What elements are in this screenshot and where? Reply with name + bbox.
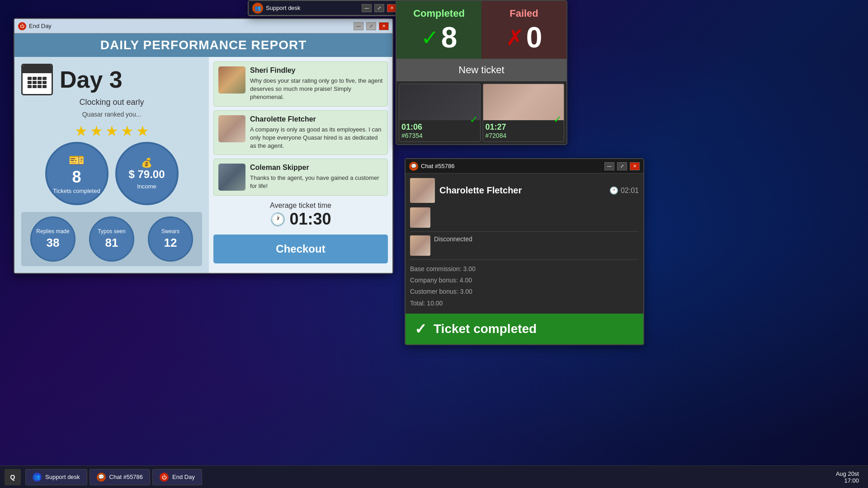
ticket-1: 01:06 #67354 ✓ [399,84,481,142]
review-1: Sheri Findley Why does your star rating … [213,61,388,107]
tickets-label: Tickets completed [53,188,100,194]
day-subtitle: Clocking out early [21,98,202,107]
checkout-button[interactable]: Checkout [213,235,388,263]
chat-body: Charolette Fletcher 🕐 02:01 Disconnected… [406,174,643,314]
support-desk-window: 👥 Support desk — ⤢ ✕ [248,0,401,16]
avg-time-value: 01:30 [289,210,331,229]
review-2: Charolette Fletcher A company is only as… [213,110,388,155]
company-bonus: Company bonus: 4.00 [410,275,639,286]
tickets-circle: 🎫 8 Tickets completed [45,142,108,205]
chat-time: 🕐 02:01 [609,186,639,195]
chat-disconnected: Disconnected [410,235,639,256]
taskbar-time: 17:00 [836,477,859,484]
tickets-row: 01:06 #67354 ✓ 01:27 #72084 ✓ [396,81,566,144]
support-expand[interactable]: ⤢ [374,4,384,12]
replies-label: Replies made [36,228,69,235]
reviewer-2-avatar [218,115,245,142]
chat-divider-2 [410,259,639,260]
completed-value: 8 [441,23,458,52]
tickets-num: 8 [72,169,81,185]
support-icon: 👥 [252,3,263,14]
reviewer-2-info: Charolette Fletcher A company is only as… [250,115,383,150]
stats-window: Completed ✓ 8 Failed ✗ 0 New ticket 01:0… [396,0,567,145]
taskbar-support-icon: 👥 [33,473,42,482]
failed-box: Failed ✗ 0 [481,1,566,59]
reviewer-2-name: Charolette Fletcher [250,115,383,123]
reviewer-3-text: Thanks to the agent, you have gained a c… [250,174,383,190]
review-3: Coleman Skipper Thanks to the agent, you… [213,159,388,196]
chat-time-value: 02:01 [621,187,639,195]
swears-label: Swears [161,228,179,235]
ticket-2-time: 01:27 [486,122,562,132]
stars-row: ★ ★ ★ ★ ★ [21,122,202,140]
chat-window: 💬 Chat #55786 — ⤢ ✕ Charolette Fletcher … [405,158,644,345]
ticket-complete-label: Ticket completed [434,322,537,336]
x-icon: ✗ [506,25,524,50]
chat-msg-avatar [410,207,430,228]
day-section: Day 3 [21,64,202,95]
reviewer-1-avatar [218,66,245,94]
taskbar-endday-label: End Day [172,474,195,480]
income-label: Income [137,183,156,190]
chat-minimize[interactable]: — [604,162,614,170]
taskbar-endday-icon: ⏻ [160,473,169,482]
end-day-window: ⏻ End Day — ⤢ ✕ DAILY PERFORMANCE REPORT… [14,18,393,274]
clock-icon: 🕐 [270,212,286,227]
chat-title: Chat #55786 [421,163,602,169]
taskbar-support-desk[interactable]: 👥 Support desk [25,469,87,485]
base-commission: Base commission: 3.00 [410,263,639,275]
taskbar-chat[interactable]: 💬 Chat #55786 [90,469,150,485]
swears-value: 12 [164,236,177,250]
ticket-completed-bar: ✓ Ticket completed [406,314,643,344]
star-3: ★ [105,122,118,140]
check-icon: ✓ [421,25,439,50]
replies-value: 38 [47,236,60,250]
chat-titlebar: 💬 Chat #55786 — ⤢ ✕ [406,159,643,174]
failed-stat: ✗ 0 [486,23,562,52]
reviewer-3-name: Coleman Skipper [250,164,383,172]
chat-close[interactable]: ✕ [630,162,640,170]
quasar-label: Quasar ranked you... [21,111,202,118]
reviewer-1-text: Why does your star rating only go to fiv… [250,77,383,102]
taskbar-logo: Q [5,469,21,485]
end-day-minimize[interactable]: — [354,22,363,30]
ticket-1-info: 01:06 #67354 [399,120,480,141]
income-circle: 💰 $ 79.00 Income [115,142,179,205]
replies-circle: Replies made 38 [30,216,75,262]
end-day-close[interactable]: ✕ [379,22,389,30]
reviewer-3-avatar [218,164,245,191]
ticket-2-info: 01:27 #72084 [483,120,564,141]
chat-user-header: Charolette Fletcher 🕐 02:01 [410,178,639,203]
reviewer-3-info: Coleman Skipper Thanks to the agent, you… [250,164,383,191]
chat-disconnected-avatar [410,235,430,256]
money-icon: 💰 [141,157,152,168]
ticket-2-avatar [483,84,564,120]
chat-disconnected-text: Disconnected [434,235,472,243]
reviewer-2-text: A company is only as good as its employe… [250,126,383,150]
reviewer-1-name: Sheri Findley [250,66,383,75]
avg-ticket-time: 🕐 01:30 [216,210,386,229]
taskbar-support-label: Support desk [45,474,80,480]
taskbar-datetime: Aug 20st 17:00 [836,470,859,484]
star-5: ★ [136,122,149,140]
completed-label: Completed [401,8,477,19]
ticket-icon: 🎫 [69,153,85,168]
new-ticket-button[interactable]: New ticket [396,59,566,81]
ticket-2: 01:27 #72084 ✓ [483,84,565,142]
failed-label: Failed [486,8,562,19]
chat-message-1 [410,207,639,228]
stats-circles: 🎫 8 Tickets completed 💰 $ 79.00 Income [21,142,202,205]
chat-username: Charolette Fletcher [439,185,522,196]
support-minimize[interactable]: — [362,4,372,12]
avg-ticket-section: Average ticket time 🕐 01:30 [213,199,388,231]
star-2: ★ [90,122,103,140]
taskbar-chat-icon: 💬 [97,473,106,482]
support-title: Support desk [266,5,359,11]
ticket-1-check: ✓ [470,114,478,126]
chat-expand[interactable]: ⤢ [617,162,627,170]
end-day-expand[interactable]: ⤢ [366,22,376,30]
taskbar-end-day[interactable]: ⏻ End Day [152,469,202,485]
typos-circle: Typos seen 81 [89,216,134,262]
ticket-2-id: #72084 [486,132,562,139]
end-day-icon: ⏻ [18,22,26,30]
